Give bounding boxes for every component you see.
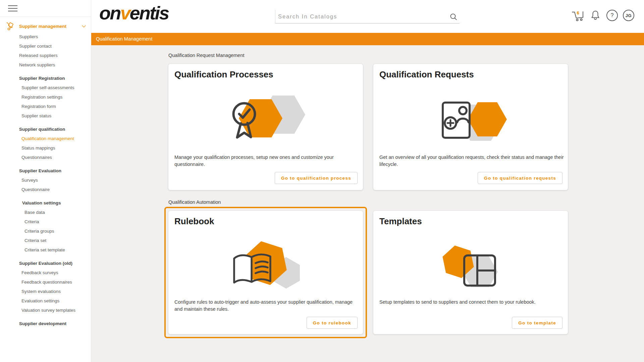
chevron-down-icon[interactable] [82,24,86,29]
breadcrumb[interactable]: Qualification Management [91,33,644,45]
sidebar-item-questionnaires[interactable]: Questionnaires [0,153,91,162]
logo-accent: v [120,2,129,23]
cart-count-badge: 6 [577,10,579,15]
sidebar-item-qualification-management[interactable]: Qualification management [0,134,91,143]
sidebar-item-questionnaire[interactable]: Questionnaire [0,185,91,194]
sidebar-header-supplier-development[interactable]: Supplier development [0,319,91,328]
sidebar-header-supplier-qualification[interactable]: Supplier qualification [0,125,91,134]
badge-check-icon [225,91,306,149]
sidebar-item-registration-settings[interactable]: Registration settings [0,93,91,102]
hand-truck-icon [6,22,14,31]
sidebar-item-system-evaluations[interactable]: System evaluations [0,287,91,296]
hamburger-menu-icon[interactable] [8,5,17,11]
main-content: Qualification Request Management Qualifi… [91,45,644,362]
sidebar-item-registration-form[interactable]: Registration form [0,102,91,111]
sidebar-item-network-suppliers[interactable]: Network suppliers [0,60,91,70]
card-title: Qualification Requests [379,69,474,80]
sidebar-header-valuation-settings[interactable]: Valuation settings [0,198,91,208]
sidebar-item-feedback-questionnaires[interactable]: Feedback questionnaires [0,278,91,287]
card-row-automation: Rulebook Conf [168,211,568,334]
card-qualification-requests: Qualification Requests [373,64,568,190]
sidebar: Supplier management Suppliers Supplier c… [0,0,91,362]
sidebar-item-feedback-surveys[interactable]: Feedback surveys [0,268,91,278]
card-rulebook: Rulebook Conf [168,211,363,334]
cart-icon[interactable]: 6 [571,9,584,22]
top-header: onventis 6 ? JG [91,0,644,33]
go-to-template-button[interactable]: Go to template [512,317,562,329]
app-viewport: Supplier management Suppliers Supplier c… [0,0,644,362]
card-row-request-management: Qualification Processes Manage your qual… [168,64,568,190]
sidebar-header-supplier-registration[interactable]: Supplier Registration [0,74,91,83]
card-description: Manage your qualification processes, set… [174,154,361,168]
sidebar-item-status-mappings[interactable]: Status mappings [0,143,91,153]
sidebar-item-criteria-set-template[interactable]: Criteria set template [0,245,91,255]
logo-suffix: entis [130,2,169,23]
avatar[interactable]: JG [623,10,634,21]
help-icon[interactable]: ? [606,10,618,21]
logo-prefix: on [99,2,120,23]
avatar-initials: JG [626,13,632,18]
help-glyph: ? [611,12,614,18]
sidebar-header-supplier-evaluation[interactable]: Supplier Evaluation [0,166,91,176]
sidebar-item-supplier-management[interactable]: Supplier management [0,20,91,32]
go-to-qualification-requests-button[interactable]: Go to qualification requests [478,172,562,184]
go-to-rulebook-button[interactable]: Go to rulebook [307,317,358,329]
card-title: Qualification Processes [174,69,273,80]
rulebook-highlight-ring: Rulebook Conf [164,207,367,338]
go-to-qualification-process-button[interactable]: Go to qualification process [275,172,358,184]
sidebar-item-criteria-groups[interactable]: Criteria groups [0,227,91,236]
sidebar-item-supplier-status[interactable]: Supplier status [0,111,91,121]
card-title: Templates [379,216,422,227]
card-description: Configure rules to auto-trigger and auto… [174,299,361,313]
sidebar-item-suppliers[interactable]: Suppliers [0,32,91,42]
open-book-icon [225,238,306,296]
sidebar-item-surveys[interactable]: Surveys [0,176,91,185]
sidebar-header-supplier-evaluation-old[interactable]: Supplier Evaluation (old) [0,259,91,268]
bell-icon[interactable] [589,9,601,21]
card-templates: Templates Setup templates to send to sup… [373,211,568,334]
breadcrumb-bar: Qualification Management [91,33,644,45]
document-search-user-icon [430,91,511,149]
card-description: Setup templates to send to suppliers and… [379,299,566,306]
sidebar-item-supplier-self-assessments[interactable]: Supplier self-assessments [0,83,91,93]
sidebar-top [0,0,91,17]
section-label-automation: Qualification Automation [168,199,568,206]
template-grid-icon [430,238,511,296]
card-description: Get an overview of all your qualificatio… [379,154,566,168]
section-label-request-management: Qualification Request Management [168,53,568,59]
sidebar-item-released-suppliers[interactable]: Released suppliers [0,51,91,60]
sidebar-item-supplier-contact[interactable]: Supplier contact [0,42,91,51]
sidebar-item-valuation-survey-templates[interactable]: Valuation survey templates [0,306,91,315]
sidebar-item-criteria[interactable]: Criteria [0,217,91,227]
search-input[interactable] [275,13,449,20]
card-title: Rulebook [174,216,214,227]
sidebar-item-base-data[interactable]: Base data [0,208,91,217]
catalog-search [275,10,460,23]
search-icon[interactable] [449,13,458,21]
onventis-logo[interactable]: onventis [99,2,168,24]
sidebar-item-criteria-set[interactable]: Criteria set [0,236,91,245]
sidebar-nav: Supplier management Suppliers Supplier c… [0,17,91,328]
sidebar-item-evaluation-settings[interactable]: Evaluation settings [0,296,91,306]
header-icons: 6 ? JG [571,9,634,22]
card-qualification-processes: Qualification Processes Manage your qual… [168,64,363,190]
